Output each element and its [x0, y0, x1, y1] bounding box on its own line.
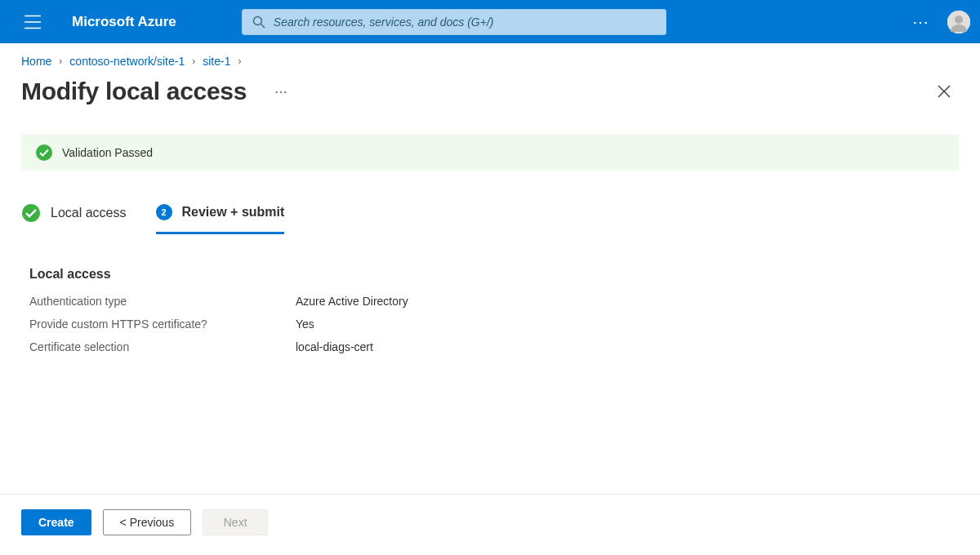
summary-section: Local access Authentication type Azure A…	[0, 267, 980, 353]
validation-message: Validation Passed	[62, 146, 153, 159]
summary-label: Authentication type	[29, 295, 296, 308]
svg-point-2	[955, 16, 963, 24]
tab-review-submit[interactable]: 2 Review + submit	[156, 201, 285, 234]
brand-label[interactable]: Microsoft Azure	[72, 14, 176, 30]
breadcrumb-home[interactable]: Home	[21, 55, 51, 68]
step-complete-icon	[21, 203, 41, 223]
summary-row: Provide custom HTTPS certificate? Yes	[29, 317, 980, 331]
global-search-box[interactable]	[242, 9, 666, 35]
footer-actions: Create < Previous Next	[0, 494, 980, 555]
close-button[interactable]	[931, 78, 957, 104]
summary-label: Provide custom HTTPS certificate?	[29, 317, 296, 331]
hamburger-icon	[24, 15, 41, 29]
hamburger-menu-button[interactable]	[16, 6, 49, 38]
page-more-button[interactable]: ⋯	[270, 81, 293, 103]
step-1-label: Local access	[51, 206, 127, 220]
summary-label: Certificate selection	[29, 340, 296, 353]
summary-value: Azure Active Directory	[296, 295, 408, 308]
previous-button[interactable]: < Previous	[103, 509, 192, 535]
section-heading: Local access	[29, 267, 980, 282]
close-icon	[938, 85, 951, 98]
tab-local-access[interactable]: Local access	[21, 200, 127, 234]
page-title: Modify local access	[21, 78, 247, 105]
search-icon	[252, 16, 265, 29]
breadcrumb-path-2[interactable]: site-1	[203, 55, 230, 68]
user-avatar[interactable]	[947, 11, 970, 33]
breadcrumb: Home › contoso-network/site-1 › site-1 ›	[0, 43, 980, 74]
chevron-right-icon: ›	[238, 56, 241, 67]
summary-row: Authentication type Azure Active Directo…	[29, 295, 980, 308]
svg-point-0	[253, 16, 261, 24]
svg-point-3	[36, 144, 52, 161]
next-button: Next	[203, 509, 268, 535]
summary-value: Yes	[296, 317, 314, 331]
step-number-badge: 2	[156, 204, 172, 220]
global-search-input[interactable]	[274, 16, 656, 29]
user-icon	[947, 11, 970, 33]
success-check-icon	[36, 144, 52, 161]
topbar-more-button[interactable]: ⋯	[906, 7, 936, 37]
chevron-right-icon: ›	[59, 56, 62, 67]
summary-value: local-diags-cert	[296, 340, 373, 353]
breadcrumb-path-1[interactable]: contoso-network/site-1	[69, 55, 185, 68]
svg-point-4	[22, 204, 40, 222]
top-bar: Microsoft Azure ⋯	[0, 0, 980, 43]
validation-banner: Validation Passed	[21, 135, 959, 171]
step-tabs: Local access 2 Review + submit	[21, 200, 959, 234]
chevron-right-icon: ›	[192, 56, 195, 67]
summary-row: Certificate selection local-diags-cert	[29, 340, 980, 353]
step-2-label: Review + submit	[182, 205, 285, 220]
page-title-row: Modify local access ⋯	[0, 74, 980, 110]
create-button[interactable]: Create	[21, 509, 91, 535]
